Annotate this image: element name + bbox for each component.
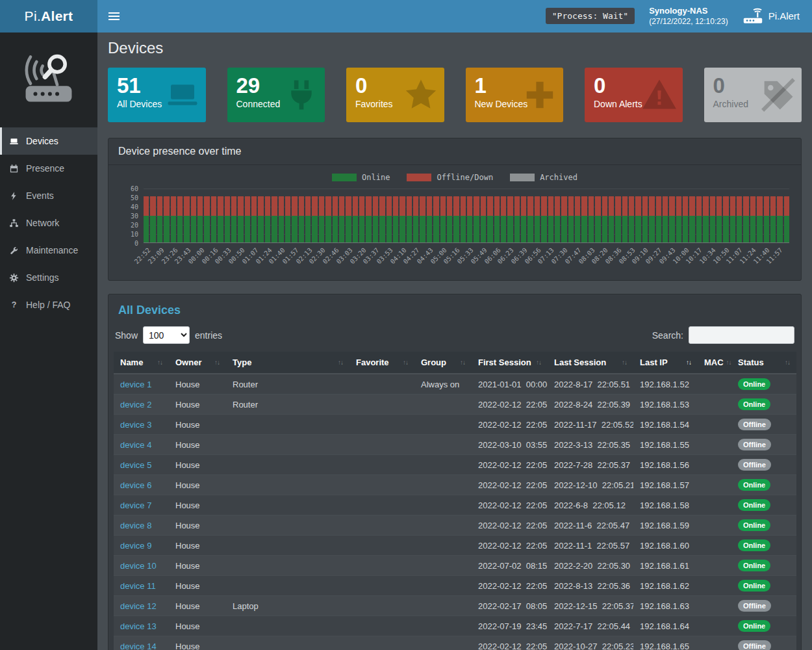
card-favorites[interactable]: 0Favorites [346, 68, 444, 122]
cell-last-session: 2022-7-28 22:05.37 [548, 455, 633, 475]
brand-logo[interactable]: Pi.Alert [0, 0, 97, 32]
cell-mac [698, 495, 731, 515]
bar-segment-online [581, 216, 587, 243]
app-badge[interactable]: Pi.Alert [742, 8, 802, 25]
legend-item-online[interactable]: Online [332, 173, 390, 182]
header: Pi.Alert "Process: Wait" Synology-NAS (2… [0, 0, 812, 32]
device-link[interactable]: device 4 [120, 440, 151, 450]
column-header-group[interactable]: Group↑↓ [414, 352, 472, 374]
column-header-last-session[interactable]: Last Session↑↓ [548, 352, 633, 374]
entries-select[interactable]: 100 [143, 326, 190, 344]
chart-bar [595, 188, 600, 242]
bar-segment-offline-down [649, 196, 654, 215]
svg-text:?: ? [12, 300, 17, 309]
sidebar-item-maintenance[interactable]: Maintenance [0, 237, 97, 264]
hamburger-menu-icon[interactable] [107, 10, 121, 23]
sort-icon: ↑↓ [403, 359, 408, 366]
cell-mac [698, 536, 731, 556]
table-header-row: Name↑↓Owner↑↓Type↑↓Favorite↑↓Group↑↓Firs… [114, 352, 796, 374]
device-link[interactable]: device 6 [120, 480, 151, 490]
cell-status: Offline [731, 596, 796, 616]
device-link[interactable]: device 1 [120, 380, 151, 389]
device-link[interactable]: device 5 [120, 460, 151, 470]
bar-segment-offline-down [507, 196, 513, 215]
column-header-favorite[interactable]: Favorite↑↓ [349, 352, 414, 374]
chart-bar [312, 188, 317, 242]
column-header-status[interactable]: Status↑↓ [731, 352, 796, 374]
summary-cards: 51All Devices29Connected0Favorites1New D… [108, 68, 802, 122]
card-archived[interactable]: 0Archived [704, 68, 802, 122]
column-header-last-ip[interactable]: Last IP↑↓ [633, 352, 698, 374]
cell-type [226, 636, 349, 650]
chart-bar [265, 188, 270, 242]
page-title: Devices [108, 39, 802, 57]
device-link[interactable]: device 11 [120, 581, 156, 591]
column-header-name[interactable]: Name↑↓ [114, 352, 169, 374]
sidebar-item-settings[interactable]: Settings [0, 264, 97, 291]
device-link[interactable]: device 9 [120, 541, 151, 551]
device-link[interactable]: device 10 [120, 561, 157, 571]
bar-segment-offline-down [615, 196, 620, 215]
sidebar-item-presence[interactable]: Presence [0, 155, 97, 182]
table-row: device 11House2022-02-12 22:052022-8-13 … [114, 576, 796, 596]
chart-bar [581, 188, 587, 242]
cell-owner: House [169, 636, 226, 650]
bar-segment-offline-down [656, 196, 661, 215]
device-link[interactable]: device 13 [120, 621, 157, 631]
status-badge: Online [738, 620, 770, 632]
column-header-mac[interactable]: MAC↑↓ [698, 352, 731, 374]
bar-segment-offline-down [339, 196, 344, 215]
sidebar-item-network[interactable]: Network [0, 209, 97, 237]
bar-segment-offline-down [703, 196, 708, 215]
bar-segment-offline-down [575, 196, 580, 215]
legend-item-archived[interactable]: Archived [510, 173, 577, 182]
table-row: device 13House2022-07-19 23:452022-7-17 … [114, 616, 796, 636]
bar-segment-offline-down [346, 196, 351, 215]
cell-status: Online [731, 374, 796, 395]
device-link[interactable]: device 2 [120, 400, 151, 410]
card-down-alerts[interactable]: 0Down Alerts [585, 68, 683, 122]
chart-bar [427, 188, 432, 242]
column-header-type[interactable]: Type↑↓ [226, 352, 349, 374]
chart-bar [184, 188, 189, 242]
column-header-first-session[interactable]: First Session↑↓ [472, 352, 548, 374]
chart-bar [784, 188, 789, 242]
cell-mac [698, 415, 731, 435]
device-link[interactable]: device 14 [120, 642, 157, 650]
card-all-devices[interactable]: 51All Devices [108, 68, 206, 122]
sidebar-item-devices[interactable]: Devices [0, 127, 97, 155]
legend-item-offline-down[interactable]: Offline/Down [407, 173, 493, 182]
cell-favorite [349, 475, 414, 495]
bar-segment-offline-down [299, 196, 304, 215]
sidebar-menu: DevicesPresenceEventsNetworkMaintenanceS… [0, 127, 97, 318]
chart-bar [359, 188, 364, 242]
devices-table: Name↑↓Owner↑↓Type↑↓Favorite↑↓Group↑↓Firs… [114, 352, 796, 650]
search-input[interactable] [689, 326, 794, 344]
bar-segment-offline-down [433, 196, 438, 215]
chart-x-axis: 22:5223:0923:2623:4300:0000:1600:3300:50… [144, 246, 789, 276]
device-link[interactable]: device 3 [120, 420, 151, 430]
sidebar-item-help-faq[interactable]: ?Help / FAQ [0, 291, 97, 318]
bar-segment-online [710, 216, 715, 243]
host-info: Synology-NAS (27/12/2022, 12:10:23) [649, 6, 728, 27]
column-header-owner[interactable]: Owner↑↓ [169, 352, 226, 374]
chart-bar [305, 188, 311, 242]
device-link[interactable]: device 8 [120, 521, 151, 530]
chart-bar [191, 188, 196, 242]
cell-favorite [349, 576, 414, 596]
cell-name: device 2 [114, 395, 169, 415]
card-new-devices[interactable]: 1New Devices [466, 68, 564, 122]
bar-segment-online [177, 216, 183, 243]
card-connected[interactable]: 29Connected [227, 68, 325, 122]
sidebar-item-events[interactable]: Events [0, 182, 97, 209]
bar-segment-offline-down [777, 196, 782, 215]
y-tick-label: 20 [131, 222, 138, 229]
device-link[interactable]: device 12 [120, 601, 157, 611]
cell-first-session: 2022-02-12 22:05 [472, 576, 548, 596]
cell-first-session: 2022-02-12 22:05 [472, 636, 548, 650]
cell-favorite [349, 536, 414, 556]
bar-segment-offline-down [561, 196, 566, 215]
y-tick-label: 60 [131, 185, 138, 192]
device-link[interactable]: device 7 [120, 500, 151, 510]
chart-bar [447, 188, 452, 242]
